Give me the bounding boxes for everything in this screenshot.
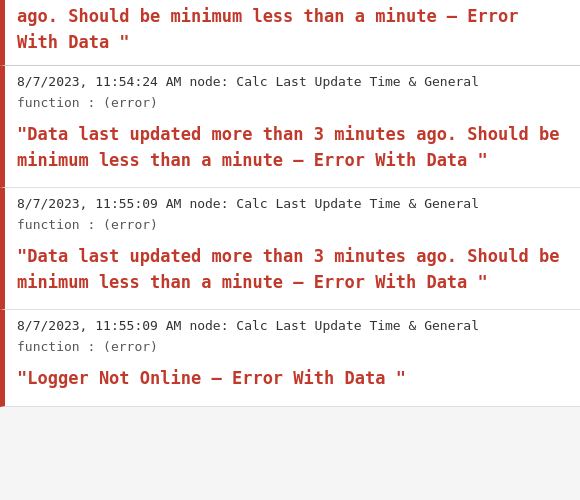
log-entry-1: 8/7/2023, 11:54:24 AM node: Calc Last Up… (0, 66, 580, 188)
log-header-1: 8/7/2023, 11:54:24 AM node: Calc Last Up… (5, 66, 580, 93)
log-header-3: 8/7/2023, 11:55:09 AM node: Calc Last Up… (5, 310, 580, 337)
log-container: ago. Should be minimum less than a minut… (0, 0, 580, 407)
log-message-2: "Data last updated more than 3 minutes a… (5, 238, 580, 309)
log-message-1: "Data last updated more than 3 minutes a… (5, 116, 580, 187)
log-function-3: function : (error) (5, 337, 580, 360)
log-node-3: node: Calc Last Update Time & General (189, 318, 479, 333)
log-function-1: function : (error) (5, 93, 580, 116)
log-entry-partial: ago. Should be minimum less than a minut… (0, 0, 580, 66)
log-entry-3: 8/7/2023, 11:55:09 AM node: Calc Last Up… (0, 310, 580, 407)
log-timestamp-1: 8/7/2023, 11:54:24 AM (17, 74, 181, 89)
log-timestamp-3: 8/7/2023, 11:55:09 AM (17, 318, 181, 333)
log-header-2: 8/7/2023, 11:55:09 AM node: Calc Last Up… (5, 188, 580, 215)
log-message-3: "Logger Not Online — Error With Data " (5, 360, 580, 406)
log-entry-2: 8/7/2023, 11:55:09 AM node: Calc Last Up… (0, 188, 580, 310)
log-message-partial: ago. Should be minimum less than a minut… (5, 0, 580, 65)
log-timestamp-2: 8/7/2023, 11:55:09 AM (17, 196, 181, 211)
log-node-1: node: Calc Last Update Time & General (189, 74, 479, 89)
log-node-2: node: Calc Last Update Time & General (189, 196, 479, 211)
log-function-2: function : (error) (5, 215, 580, 238)
